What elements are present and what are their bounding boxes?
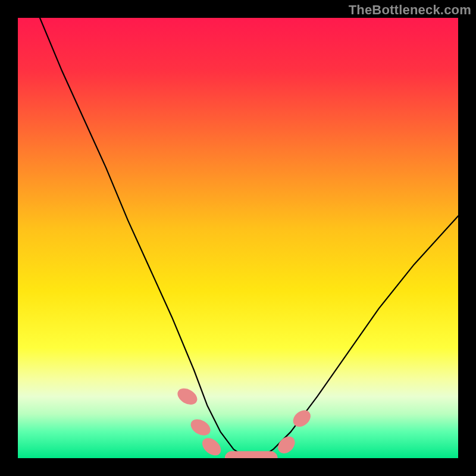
chart-svg	[18, 18, 458, 458]
pink-bar	[225, 451, 278, 458]
gradient-background	[18, 18, 458, 458]
watermark-text: TheBottleneck.com	[349, 2, 471, 18]
chart-frame: TheBottleneck.com	[0, 0, 476, 476]
plot-area	[18, 18, 458, 458]
